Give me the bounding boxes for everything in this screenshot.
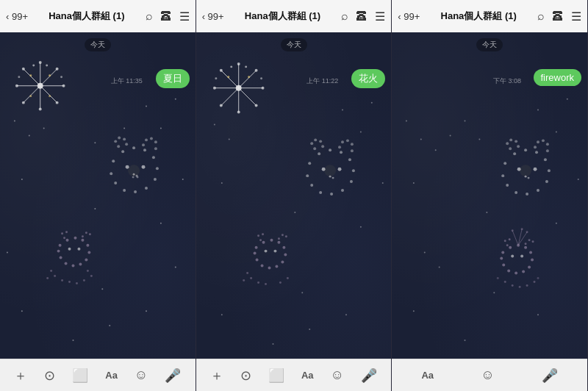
back-button-2[interactable]: ‹ 99+	[202, 11, 224, 22]
plus-icon-2[interactable]: ＋	[210, 367, 223, 384]
emoji-icon-2[interactable]: ☺	[331, 367, 344, 383]
toolbar-2: ＋ ⊙ ⬜ Aa ☺ 🎤	[196, 359, 392, 391]
panel-1: ‹ 99+ Hana個人群組 (1) ⌕ 🕿 ☰ 今天 上午 11:35 夏日	[0, 0, 196, 391]
message-bubble-1: 夏日	[156, 69, 190, 88]
emoji-icon-1[interactable]: ☺	[135, 367, 148, 383]
menu-icon-1[interactable]: ☰	[179, 10, 190, 24]
phone-icon-2[interactable]: 🕿	[356, 10, 368, 23]
date-label-2: 今天	[281, 38, 307, 51]
panel-2: ‹ 99+ Hana個人群組 (1) ⌕ 🕿 ☰ 今天 上午 11:22 花火	[196, 0, 392, 391]
aa-button-1[interactable]: Aa	[105, 370, 118, 381]
header-1: ‹ 99+ Hana個人群組 (1) ⌕ 🕿 ☰	[0, 0, 196, 32]
emoji-icon-3[interactable]: ☺	[481, 367, 494, 383]
chat-title-3: Hana個人群組 (1)	[423, 10, 534, 23]
chat-area-3: 今天 下午 3:08 firework	[392, 32, 587, 359]
header-icons-2: ⌕ 🕿 ☰	[341, 10, 385, 24]
chat-title-1: Hana個人群組 (1)	[31, 10, 143, 23]
header-3: ‹ 99+ Hana個人群組 (1) ⌕ 🕿 ☰	[392, 0, 587, 32]
chat-title-2: Hana個人群組 (1)	[227, 10, 339, 23]
chat-area-1: 今天 上午 11:35 夏日	[0, 32, 196, 359]
phone-icon-3[interactable]: 🕿	[552, 10, 564, 23]
back-button-1[interactable]: ‹ 99+	[6, 11, 28, 22]
message-bubble-3: firework	[534, 69, 582, 86]
search-icon-3[interactable]: ⌕	[537, 10, 545, 23]
header-icons-1: ⌕ 🕿 ☰	[146, 10, 190, 24]
menu-icon-3[interactable]: ☰	[571, 10, 581, 24]
search-icon-1[interactable]: ⌕	[146, 10, 153, 23]
header-2: ‹ 99+ Hana個人群組 (1) ⌕ 🕿 ☰	[196, 0, 392, 32]
aa-button-2[interactable]: Aa	[301, 370, 314, 381]
toolbar-1: ＋ ⊙ ⬜ Aa ☺ 🎤	[0, 359, 196, 391]
aa-button-3[interactable]: Aa	[421, 370, 434, 381]
image-icon-1[interactable]: ⬜	[72, 367, 88, 384]
toolbar-3: Aa ☺ 🎤	[392, 359, 587, 391]
header-icons-3: ⌕ 🕿 ☰	[537, 10, 581, 24]
date-label-3: 今天	[476, 38, 503, 51]
back-button-3[interactable]: ‹ 99+	[398, 11, 420, 22]
mic-icon-2[interactable]: 🎤	[361, 367, 377, 384]
time-label-2: 上午 11:22	[306, 76, 338, 86]
time-label-3: 下午 3:08	[493, 76, 521, 86]
chat-area-2: 今天 上午 11:22 花火	[196, 32, 392, 359]
message-bubble-2: 花火	[351, 69, 385, 88]
time-label-1: 上午 11:35	[111, 76, 143, 86]
mic-icon-1[interactable]: 🎤	[165, 367, 181, 384]
menu-icon-2[interactable]: ☰	[375, 10, 385, 24]
phone-icon-1[interactable]: 🕿	[160, 10, 172, 23]
mic-icon-3[interactable]: 🎤	[542, 367, 558, 384]
camera-icon-2[interactable]: ⊙	[240, 367, 251, 384]
panel-3: ‹ 99+ Hana個人群組 (1) ⌕ 🕿 ☰ 今天 下午 3:08 fire…	[392, 0, 588, 391]
date-label-1: 今天	[85, 38, 111, 51]
camera-icon-1[interactable]: ⊙	[44, 367, 55, 384]
image-icon-2[interactable]: ⬜	[268, 367, 284, 384]
plus-icon-1[interactable]: ＋	[14, 367, 27, 384]
search-icon-2[interactable]: ⌕	[341, 10, 348, 23]
